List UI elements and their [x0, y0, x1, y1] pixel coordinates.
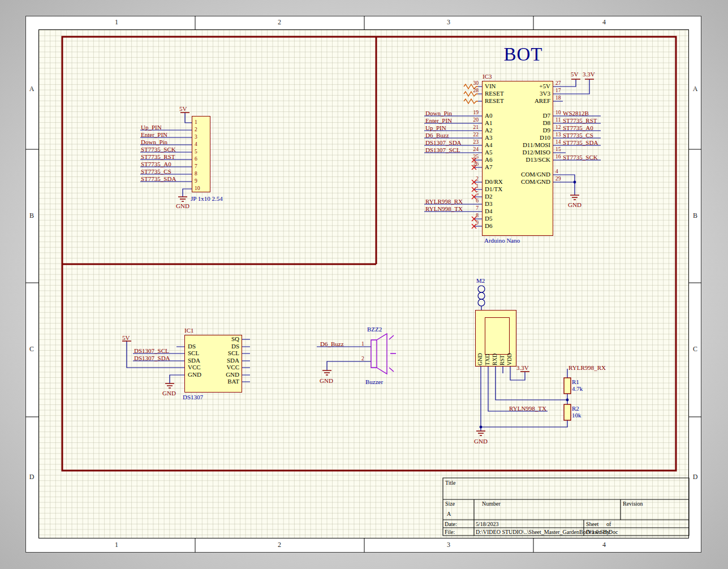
title-block-date-value: 5/18/2023 [476, 521, 499, 528]
pin-name: A3 [485, 134, 492, 141]
pin-name: D10 [505, 134, 550, 141]
pin-number: 30 [441, 80, 479, 87]
pin-number: 17 [555, 88, 561, 94]
pin-name-vertical: GND [477, 339, 483, 365]
net-label[interactable]: ST7735_RST [563, 117, 597, 124]
resistor-body-r1 [564, 378, 571, 394]
power-port-5v-label[interactable]: 5V [571, 71, 578, 78]
connector-pin-number: 9 [195, 178, 197, 184]
pin-name: VIN [485, 83, 496, 90]
rtc-designator[interactable]: IC1 [184, 327, 194, 334]
net-label[interactable]: D6_Buzz [425, 132, 449, 139]
buzzer-symbol[interactable] [371, 334, 396, 374]
net-label[interactable]: Enter_PIN [141, 131, 167, 139]
antenna-icon[interactable] [478, 286, 485, 306]
buzzer-comment[interactable]: Buzzer [365, 378, 383, 386]
zone-column-label: 4 [602, 541, 606, 549]
arduino-comment[interactable]: Arduino Nano [484, 237, 520, 244]
pin-name: A6 [485, 156, 492, 163]
zone-column-label: 1 [115, 541, 118, 549]
pin-name: A1 [485, 119, 492, 127]
pin-number: 9 [441, 220, 479, 226]
pin-name: BAT [200, 378, 239, 385]
net-label[interactable]: Down_Pin [425, 110, 452, 117]
power-port-3v3-label[interactable]: 3.3V [583, 71, 595, 78]
pin-name: A7 [485, 163, 492, 171]
net-label[interactable]: RYLR998_RX [425, 198, 463, 205]
power-port-3v3-label[interactable]: 3.3V [516, 364, 529, 372]
net-label[interactable]: ST7735_SCK [141, 146, 176, 153]
sheet-region-border[interactable] [62, 37, 676, 471]
net-label[interactable]: Up_PIN [141, 124, 162, 131]
pin-number: 10 [555, 110, 561, 116]
net-label[interactable]: DS1307_SDA [134, 355, 170, 362]
net-label[interactable]: ST7735_CS [141, 168, 171, 175]
frame-ticks [25, 16, 701, 553]
connector-pin-number: 6 [195, 156, 197, 162]
title-block-date-label: Date: [445, 521, 457, 528]
net-label[interactable]: DS1307_SCL [134, 347, 169, 355]
zone-column-label: 1 [115, 19, 118, 27]
net-label[interactable]: ST7735_SDA [141, 175, 176, 183]
net-label[interactable]: RYLR998_RX [568, 364, 606, 372]
net-label[interactable]: ST7735_CS [563, 132, 593, 139]
resistor-designator-r2[interactable]: R2 [572, 405, 579, 412]
pin-number: 14 [555, 139, 561, 145]
pin-name: D4 [485, 208, 492, 215]
gnd-port-label[interactable]: GND [176, 202, 189, 210]
net-label[interactable]: DS1307_SCL [425, 146, 460, 154]
net-label[interactable]: ST7735_SCK [563, 154, 598, 161]
gnd-port-label[interactable]: GND [162, 390, 176, 397]
pin-name: +5V [505, 83, 550, 90]
title-block-file-label: File: [445, 529, 455, 536]
pin-name-vertical: VDD [507, 339, 512, 365]
power-port-5v-label[interactable]: 5V [179, 105, 187, 113]
gnd-port-label[interactable]: GND [568, 201, 581, 209]
title-block-size-value: A [447, 511, 451, 518]
pin-name: D12/MISO [505, 149, 550, 156]
net-label[interactable]: ST7735_A0 [563, 124, 593, 132]
pin-name: SDA [200, 357, 239, 364]
pin-number: 11 [555, 117, 561, 123]
pin-name: VCC [188, 364, 201, 371]
connector-pin-number: 3 [195, 134, 197, 140]
net-label[interactable]: D6_Buzz [320, 340, 344, 348]
net-label[interactable]: RYLN998_TX [425, 205, 463, 213]
schematic-canvas[interactable]: BOT 5V GND JP 1x10 2.54 IC3 Arduino Nano… [0, 0, 728, 569]
pin-name: D6 [485, 222, 492, 230]
power-port-5v-label[interactable]: 5V [122, 334, 130, 342]
gnd-port-label[interactable]: GND [474, 438, 488, 445]
module-designator[interactable]: M2 [476, 277, 485, 284]
pin-number: 2 [441, 176, 479, 182]
net-label[interactable]: ST7735_A0 [141, 161, 171, 168]
pin-name: A4 [485, 141, 492, 149]
pin-name: SQ [200, 335, 239, 343]
pin-number: 25 [441, 154, 479, 160]
resistor-designator-r1[interactable]: R1 [572, 378, 579, 386]
pin-number: 8 [441, 213, 479, 219]
net-label[interactable]: RYLN998_TX [509, 405, 546, 412]
pin-number: 28 [441, 88, 479, 94]
pin-name: SCL [188, 350, 199, 357]
connector-pin-number: 5 [195, 149, 197, 155]
title-block-revision-label: Revision [623, 501, 643, 507]
pin-name: D13/SCK [505, 156, 550, 163]
resistor-value-r2[interactable]: 10k [572, 412, 581, 419]
net-label[interactable]: ST7735_RST [141, 153, 175, 161]
title-block-sheet-label: Sheet [586, 521, 598, 528]
pin-name: D11/MOSI [505, 141, 550, 149]
resistor-value-r1[interactable]: 4.7k [572, 385, 583, 393]
connector-label[interactable]: JP 1x10 2.54 [191, 195, 223, 202]
arduino-designator[interactable]: IC3 [483, 73, 492, 80]
net-label[interactable]: Up_PIN [425, 124, 446, 132]
buzzer-designator[interactable]: BZZ2 [367, 326, 382, 333]
net-label[interactable]: WS2812B [563, 110, 589, 117]
net-label[interactable]: Enter_PIN [425, 117, 452, 124]
connector-pin-number: 4 [195, 141, 197, 148]
net-label[interactable]: DS1307_SDA [425, 139, 462, 146]
rtc-comment[interactable]: DS1307 [183, 394, 203, 401]
net-label[interactable]: Down_Pin [141, 139, 167, 146]
gnd-port-label[interactable]: GND [320, 377, 333, 385]
net-label[interactable]: ST7735_SDA [563, 139, 598, 146]
connector-pin-number: 2 [195, 127, 197, 133]
